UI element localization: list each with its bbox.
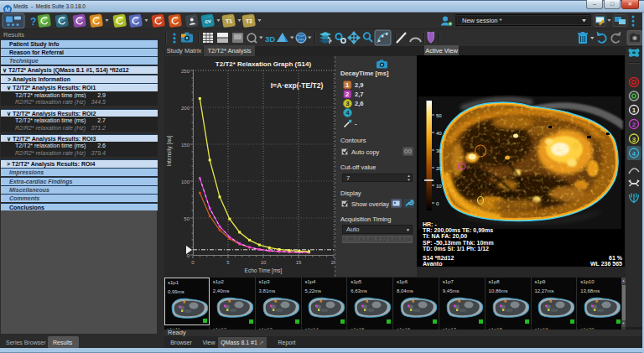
svg-text:30: 30 bbox=[436, 148, 442, 153]
svg-text:50: 50 bbox=[436, 113, 442, 118]
svg-text:15: 15 bbox=[296, 260, 302, 265]
svg-text:0: 0 bbox=[187, 253, 190, 258]
svg-text:3: 3 bbox=[345, 100, 349, 107]
svg-text:40: 40 bbox=[436, 131, 442, 136]
svg-text:1: 1 bbox=[632, 106, 636, 114]
svg-text:1: 1 bbox=[345, 81, 349, 89]
svg-text:3D: 3D bbox=[265, 34, 275, 44]
svg-text:New session *: New session * bbox=[462, 17, 502, 24]
svg-text:M: M bbox=[5, 7, 10, 13]
svg-text:3: 3 bbox=[632, 136, 636, 143]
svg-text:T2: T2 bbox=[246, 18, 253, 24]
svg-text:?: ? bbox=[30, 16, 36, 28]
svg-text:20: 20 bbox=[436, 166, 442, 171]
svg-text:T2/T2* Relaxation Graph (S14): T2/T2* Relaxation Graph (S14) bbox=[216, 60, 312, 68]
svg-text:50: 50 bbox=[184, 216, 190, 221]
svg-text:10: 10 bbox=[436, 184, 442, 189]
svg-text:I=A·exp(-TE/T2): I=A·exp(-TE/T2) bbox=[271, 81, 324, 90]
svg-text:0: 0 bbox=[191, 260, 195, 265]
svg-text:100: 100 bbox=[181, 179, 190, 184]
svg-text:Echo Time [ms]: Echo Time [ms] bbox=[245, 267, 283, 274]
svg-text:2: 2 bbox=[345, 91, 349, 98]
svg-text:200: 200 bbox=[181, 106, 190, 111]
svg-text:T1: T1 bbox=[226, 18, 233, 24]
svg-text:5: 5 bbox=[226, 260, 230, 265]
svg-text:cv: cv bbox=[205, 18, 212, 24]
svg-text:10: 10 bbox=[261, 260, 267, 265]
svg-text:250: 250 bbox=[181, 69, 190, 74]
svg-text:Intensity [au]: Intensity [au] bbox=[166, 135, 173, 166]
svg-text:150: 150 bbox=[181, 143, 190, 148]
svg-text:4: 4 bbox=[632, 150, 636, 158]
svg-text:2: 2 bbox=[632, 121, 636, 128]
